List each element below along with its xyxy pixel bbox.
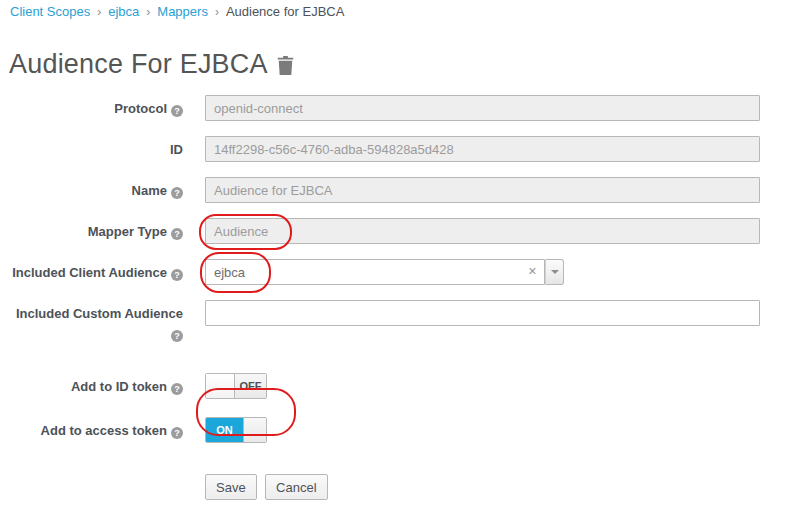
form-row-protocol: Protocol? xyxy=(0,95,789,121)
help-icon[interactable]: ? xyxy=(171,187,183,199)
save-button[interactable]: Save xyxy=(205,474,257,500)
breadcrumb-separator: › xyxy=(215,5,219,19)
add-to-access-token-label: Add to access token? xyxy=(0,417,183,439)
included-client-audience-label-text: Included Client Audience xyxy=(12,265,167,280)
included-client-audience-input[interactable] xyxy=(205,259,545,285)
add-to-access-token-toggle[interactable]: ON xyxy=(205,417,267,443)
mapper-type-label-text: Mapper Type xyxy=(88,224,167,239)
help-icon[interactable]: ? xyxy=(171,228,183,240)
protocol-input xyxy=(205,95,760,121)
clear-icon[interactable]: ✕ xyxy=(528,265,537,277)
form-row-mapper-type: Mapper Type? xyxy=(0,218,789,244)
add-to-id-token-label-text: Add to ID token xyxy=(71,379,167,394)
included-custom-audience-input[interactable] xyxy=(205,300,760,326)
breadcrumb-link-mappers[interactable]: Mappers xyxy=(157,4,208,19)
id-label-text: ID xyxy=(170,142,183,157)
form-row-id: ID xyxy=(0,136,789,162)
add-to-access-token-label-text: Add to access token xyxy=(41,423,167,438)
toggle-handle xyxy=(206,374,235,398)
id-input xyxy=(205,136,760,162)
help-icon[interactable]: ? xyxy=(171,105,183,117)
toggle-state-label: OFF xyxy=(235,374,266,398)
included-client-audience-combobox: ✕ xyxy=(205,259,564,285)
breadcrumb-current: Audience for EJBCA xyxy=(226,4,345,19)
form-row-included-custom-audience: Included Custom Audience ? xyxy=(0,300,789,342)
form-row-name: Name? xyxy=(0,177,789,203)
included-custom-audience-label-text: Included Custom Audience xyxy=(16,306,183,321)
help-icon[interactable]: ? xyxy=(171,269,183,281)
toggle-handle xyxy=(243,418,266,442)
form-row-included-client-audience: Included Client Audience? ✕ xyxy=(0,259,789,285)
mapper-type-label: Mapper Type? xyxy=(0,218,183,240)
caret-down-icon xyxy=(551,270,559,274)
form-row-add-to-access-token: Add to access token? ON xyxy=(0,417,789,443)
mapper-type-input xyxy=(205,218,760,244)
form-row-add-to-id-token: Add to ID token? OFF xyxy=(0,373,789,402)
breadcrumb-link-client-scopes[interactable]: Client Scopes xyxy=(10,4,90,19)
cancel-button[interactable]: Cancel xyxy=(265,474,327,500)
name-label: Name? xyxy=(0,177,183,199)
breadcrumb-separator: › xyxy=(146,5,150,19)
included-custom-audience-label: Included Custom Audience ? xyxy=(0,300,183,342)
help-icon[interactable]: ? xyxy=(171,427,183,439)
add-to-id-token-toggle[interactable]: OFF xyxy=(205,373,267,399)
add-to-id-token-label: Add to ID token? xyxy=(0,373,183,395)
dropdown-toggle-button[interactable] xyxy=(545,259,564,285)
name-label-text: Name xyxy=(132,183,167,198)
help-icon[interactable]: ? xyxy=(171,330,183,342)
breadcrumb-separator: › xyxy=(97,5,101,19)
page-title: Audience For EJBCA xyxy=(9,46,789,82)
breadcrumb-link-ejbca[interactable]: ejbca xyxy=(108,4,139,19)
protocol-label: Protocol? xyxy=(0,95,183,117)
name-input xyxy=(205,177,760,203)
trash-icon[interactable] xyxy=(277,56,294,75)
toggle-state-label: ON xyxy=(206,418,243,442)
included-client-audience-label: Included Client Audience? xyxy=(0,259,183,281)
mapper-form: Protocol? ID Name? Mapper Type? Included xyxy=(0,95,789,500)
form-row-buttons: Save Cancel xyxy=(0,474,789,500)
help-icon[interactable]: ? xyxy=(171,383,183,395)
protocol-label-text: Protocol xyxy=(114,101,167,116)
page-title-text: Audience For EJBCA xyxy=(9,46,268,82)
breadcrumb: Client Scopes›ejbca›Mappers›Audience for… xyxy=(0,0,789,20)
id-label: ID xyxy=(0,136,183,158)
buttons-spacer xyxy=(0,474,183,480)
